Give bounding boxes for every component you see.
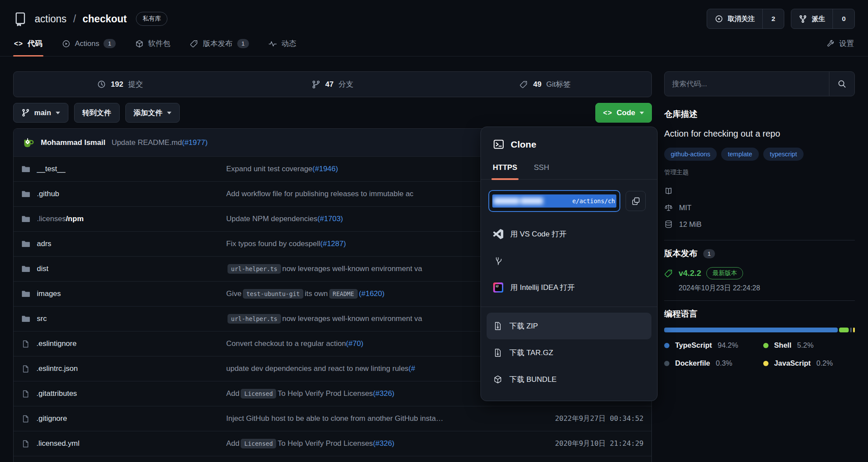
- issue-link[interactable]: (#326): [373, 389, 395, 398]
- issue-link[interactable]: (#1620): [359, 289, 385, 298]
- issue-link[interactable]: (#: [409, 364, 415, 373]
- tab-ssh[interactable]: SSH: [534, 163, 549, 179]
- tab-label: Actions: [75, 39, 100, 48]
- tab-packages[interactable]: 软件包: [134, 35, 171, 56]
- tab-label: 版本发布: [203, 39, 233, 49]
- tab-actions[interactable]: Actions1: [61, 35, 117, 56]
- file-name[interactable]: .eslintignore: [21, 339, 226, 348]
- code-chip: Licensed: [241, 389, 276, 399]
- topic-template[interactable]: template: [721, 148, 759, 161]
- meta-database[interactable]: 12 MiB: [664, 216, 855, 233]
- tab-releases[interactable]: 版本发布1: [189, 35, 250, 56]
- file-name[interactable]: __test__: [21, 165, 226, 173]
- language-percent: 94.2%: [718, 341, 738, 349]
- open-with-item-1[interactable]: 用 VSCodium 打开: [487, 247, 651, 274]
- commit-message-text: Add: [226, 389, 239, 398]
- manage-topics-link[interactable]: 管理主题: [664, 169, 855, 176]
- repo-owner-link[interactable]: actions: [35, 13, 67, 25]
- language-segment-TypeScript: [664, 328, 838, 332]
- forks-count[interactable]: 0: [832, 9, 854, 28]
- folder-icon: [21, 314, 30, 323]
- fork-icon: [799, 15, 807, 23]
- goto-file-button[interactable]: 转到文件: [74, 103, 120, 123]
- commit-issue-link[interactable]: (#1977): [182, 138, 208, 147]
- stat-提交[interactable]: 192 提交: [14, 79, 226, 89]
- file-name[interactable]: src: [21, 314, 226, 323]
- file-name[interactable]: .gitignore: [21, 414, 226, 423]
- topic-github-actions[interactable]: github-actions: [664, 148, 717, 161]
- add-file-button[interactable]: 添加文件: [125, 103, 180, 123]
- intellij-icon: IJ: [493, 282, 503, 293]
- fork-button[interactable]: 派生 0: [791, 9, 855, 29]
- commit-message-text: Inject GitHub host to be able to clone f…: [226, 414, 443, 423]
- release-version-link[interactable]: v4.2.2: [679, 268, 701, 278]
- clone-url-visible-tail: e/actions/ch: [572, 197, 615, 205]
- play-icon: [62, 39, 71, 48]
- commit-message-text: update dev dependencies and react to new…: [226, 364, 409, 373]
- issue-link[interactable]: (#1287): [320, 240, 346, 248]
- commit-author-name[interactable]: Mohammad Ismail: [41, 138, 105, 147]
- unwatch-button[interactable]: 取消关注 2: [707, 9, 785, 29]
- repo-meta-list: 自述文档 MIT 12 MiB: [664, 183, 855, 233]
- commit-message-text: Convert checkout to a regular action: [226, 339, 346, 348]
- tab-count-badge: 1: [237, 39, 249, 48]
- issue-link[interactable]: (#326): [373, 439, 395, 448]
- issue-link[interactable]: (#70): [346, 339, 363, 348]
- meta-book[interactable]: 自述文档: [664, 183, 855, 199]
- open-with-item-0[interactable]: 用 VS Code 打开: [487, 221, 651, 247]
- tag-icon: [190, 39, 199, 48]
- file-name[interactable]: .licenses/npm: [21, 215, 226, 223]
- stat-Git标签[interactable]: 49 Git标签: [439, 79, 651, 89]
- file-name[interactable]: adrs: [21, 240, 226, 248]
- repo-name-link[interactable]: checkout: [82, 13, 127, 25]
- visibility-badge: 私有库: [136, 12, 167, 26]
- folder-icon: [21, 240, 30, 248]
- open-with-item-2[interactable]: IJ 用 Intellij IDEA 打开: [487, 274, 651, 301]
- search-button[interactable]: [829, 72, 854, 96]
- download-item-2[interactable]: 下载 BUNDLE: [487, 366, 651, 393]
- code-button[interactable]: <> Code: [595, 103, 652, 123]
- file-commit-message[interactable]: Add Licensed To Help Verify Prod License…: [226, 439, 533, 448]
- file-name[interactable]: .eslintrc.json: [21, 364, 226, 373]
- code-search-input[interactable]: [665, 72, 829, 96]
- file-icon: [21, 440, 30, 448]
- stat-分支[interactable]: 47 分支: [226, 79, 439, 89]
- tab-count-badge: 1: [103, 39, 115, 48]
- tab-code[interactable]: <> 代码: [13, 35, 43, 56]
- topic-typescript[interactable]: typescript: [763, 148, 804, 161]
- tab-settings[interactable]: 设置: [825, 35, 855, 56]
- commit-author-avatar[interactable]: [21, 136, 35, 149]
- issue-link[interactable]: (#1946): [313, 165, 338, 173]
- cube-icon: [135, 39, 144, 48]
- commit-message[interactable]: Update README.md: [111, 138, 182, 147]
- watchers-count[interactable]: 2: [762, 9, 784, 28]
- tab-activity[interactable]: 动态: [267, 35, 297, 56]
- repo-page: actions / checkout 私有库 取消关注 2: [0, 0, 868, 462]
- file-name[interactable]: .github: [21, 190, 226, 198]
- download-item-1[interactable]: 下载 TAR.GZ: [487, 339, 651, 366]
- code-icon: <>: [14, 40, 23, 48]
- tab-https[interactable]: HTTPS: [493, 163, 517, 179]
- branch-selector[interactable]: main: [13, 103, 68, 123]
- file-name[interactable]: images: [21, 289, 226, 298]
- copy-url-button[interactable]: [626, 191, 646, 211]
- releases-count-badge: 1: [703, 249, 715, 258]
- repo-description: Action for checking out a repo: [664, 129, 855, 139]
- meta-law[interactable]: MIT: [664, 199, 855, 216]
- sidebar: 仓库描述 Action for checking out a repo gith…: [664, 71, 855, 462]
- download-item-0[interactable]: 下载 ZIP: [487, 313, 651, 339]
- issue-link[interactable]: (#1703): [317, 215, 343, 223]
- clone-url-input[interactable]: ██████▉██▍███▉████ e/actions/ch: [488, 190, 620, 212]
- language-legend-Dockerfile: Dockerfile 0.3%: [664, 359, 763, 367]
- language-legend-TypeScript: TypeScript 94.2%: [664, 341, 763, 349]
- language-bar: [664, 328, 855, 332]
- commit-message-text: now leverages well-known environment va: [282, 265, 422, 273]
- file-name[interactable]: dist: [21, 265, 226, 273]
- file-name[interactable]: .licensed.yml: [21, 439, 226, 448]
- code-button-label: Code: [617, 109, 636, 117]
- language-name: JavaScript: [774, 359, 811, 367]
- file-icon: [21, 340, 30, 348]
- releases-heading-label[interactable]: 版本发布: [664, 248, 697, 259]
- file-name[interactable]: .gitattributes: [21, 389, 226, 398]
- file-commit-message[interactable]: Inject GitHub host to be able to clone f…: [226, 414, 533, 423]
